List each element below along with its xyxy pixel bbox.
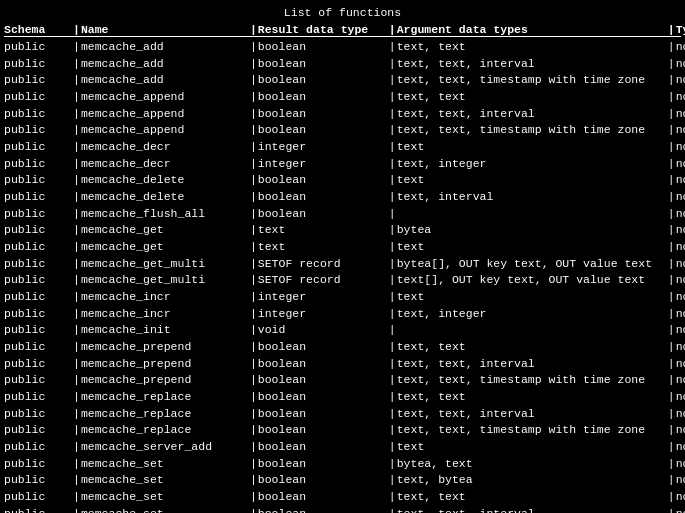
cell-args: bytea, text [397, 456, 667, 473]
cell-result: boolean [258, 122, 388, 139]
cell-name: memcache_get [81, 222, 249, 239]
cell-name: memcache_delete [81, 189, 249, 206]
cell-result: boolean [258, 89, 388, 106]
cell-name: memcache_replace [81, 389, 249, 406]
table-row: public | memcache_prepend | boolean | te… [0, 356, 685, 373]
header-type: Type [676, 23, 685, 36]
cell-args: text, text [397, 339, 667, 356]
table-row: public | memcache_init | void | | normal [0, 322, 685, 339]
cell-result: void [258, 322, 388, 339]
cell-type: normal [676, 372, 685, 389]
cell-schema: public [4, 89, 72, 106]
cell-type: normal [676, 189, 685, 206]
cell-result: boolean [258, 456, 388, 473]
cell-type: normal [676, 272, 685, 289]
cell-schema: public [4, 256, 72, 273]
cell-result: boolean [258, 39, 388, 56]
cell-result: text [258, 239, 388, 256]
cell-result: boolean [258, 389, 388, 406]
cell-schema: public [4, 372, 72, 389]
cell-schema: public [4, 139, 72, 156]
cell-type: normal [676, 256, 685, 273]
cell-name: memcache_get_multi [81, 272, 249, 289]
cell-type: normal [676, 72, 685, 89]
cell-schema: public [4, 389, 72, 406]
cell-name: memcache_append [81, 106, 249, 123]
cell-result: integer [258, 139, 388, 156]
cell-type: normal [676, 222, 685, 239]
title: List of functions [0, 0, 685, 23]
cell-result: text [258, 222, 388, 239]
table-row: public | memcache_replace | boolean | te… [0, 389, 685, 406]
cell-args [397, 322, 667, 339]
cell-type: normal [676, 239, 685, 256]
cell-name: memcache_append [81, 89, 249, 106]
cell-result: boolean [258, 189, 388, 206]
cell-schema: public [4, 106, 72, 123]
cell-type: normal [676, 456, 685, 473]
header-result: Result data type [258, 23, 388, 36]
cell-result: integer [258, 156, 388, 173]
cell-type: normal [676, 122, 685, 139]
cell-schema: public [4, 289, 72, 306]
cell-result: boolean [258, 406, 388, 423]
table-header: Schema | Name | Result data type | Argum… [0, 23, 685, 36]
cell-type: normal [676, 289, 685, 306]
cell-args [397, 206, 667, 223]
cell-schema: public [4, 356, 72, 373]
cell-name: memcache_get [81, 239, 249, 256]
cell-schema: public [4, 122, 72, 139]
cell-schema: public [4, 206, 72, 223]
cell-type: normal [676, 356, 685, 373]
cell-schema: public [4, 339, 72, 356]
table-row: public | memcache_set | boolean | text, … [0, 506, 685, 513]
table-row: public | memcache_append | boolean | tex… [0, 122, 685, 139]
table-row: public | memcache_delete | boolean | tex… [0, 172, 685, 189]
table-row: public | memcache_append | boolean | tex… [0, 89, 685, 106]
cell-result: boolean [258, 489, 388, 506]
table-row: public | memcache_replace | boolean | te… [0, 406, 685, 423]
table-row: public | memcache_add | boolean | text, … [0, 56, 685, 73]
cell-result: boolean [258, 106, 388, 123]
cell-name: memcache_replace [81, 422, 249, 439]
cell-name: memcache_add [81, 72, 249, 89]
cell-name: memcache_get_multi [81, 256, 249, 273]
cell-schema: public [4, 39, 72, 56]
cell-schema: public [4, 322, 72, 339]
cell-schema: public [4, 472, 72, 489]
cell-name: memcache_set [81, 489, 249, 506]
cell-args: text, text, interval [397, 106, 667, 123]
cell-name: memcache_add [81, 56, 249, 73]
cell-type: normal [676, 139, 685, 156]
cell-name: memcache_prepend [81, 339, 249, 356]
table-row: public | memcache_add | boolean | text, … [0, 72, 685, 89]
cell-schema: public [4, 489, 72, 506]
header-schema: Schema [4, 23, 72, 36]
cell-args: text [397, 239, 667, 256]
header-name: Name [81, 23, 249, 36]
cell-schema: public [4, 172, 72, 189]
cell-type: normal [676, 56, 685, 73]
table-row: public | memcache_get | text | bytea | n… [0, 222, 685, 239]
cell-args: text, text, timestamp with time zone [397, 72, 667, 89]
cell-args: text, text [397, 389, 667, 406]
cell-name: memcache_prepend [81, 372, 249, 389]
table-row: public | memcache_server_add | boolean |… [0, 439, 685, 456]
cell-args: text, text, interval [397, 506, 667, 513]
cell-args: text, integer [397, 306, 667, 323]
cell-name: memcache_incr [81, 306, 249, 323]
cell-result: boolean [258, 56, 388, 73]
cell-name: memcache_delete [81, 172, 249, 189]
cell-name: memcache_replace [81, 406, 249, 423]
cell-name: memcache_incr [81, 289, 249, 306]
cell-args: text, interval [397, 189, 667, 206]
table-row: public | memcache_set | boolean | text, … [0, 489, 685, 506]
header-args: Argument data types [397, 23, 667, 36]
cell-name: memcache_decr [81, 139, 249, 156]
table-row: public | memcache_add | boolean | text, … [0, 39, 685, 56]
table-row: public | memcache_decr | integer | text,… [0, 156, 685, 173]
cell-type: normal [676, 89, 685, 106]
cell-args: text, integer [397, 156, 667, 173]
cell-args: text, bytea [397, 472, 667, 489]
cell-args: text, text, interval [397, 56, 667, 73]
